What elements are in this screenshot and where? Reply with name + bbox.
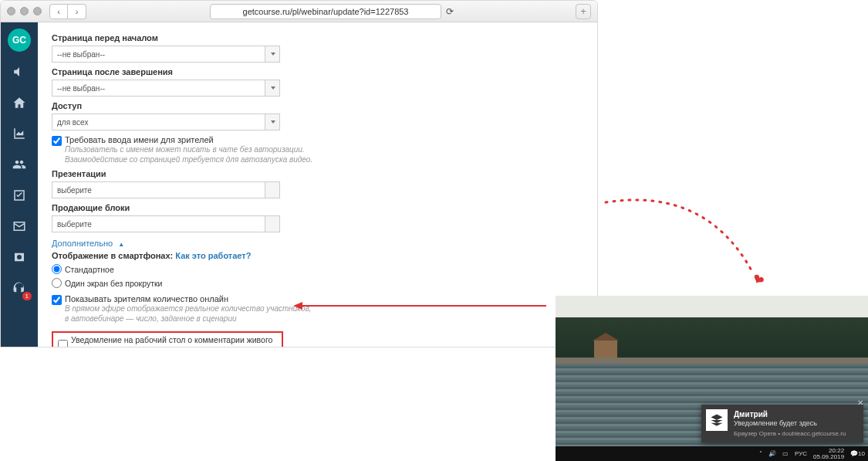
check-icon[interactable] [1,180,38,211]
gc-logo[interactable]: GC [8,29,31,52]
toast-subtitle: Браузер Opera • doubleacc.getcourse.ru [734,430,859,438]
dotted-curve [598,195,768,303]
maximize-dot[interactable] [33,7,42,15]
windows-taskbar: ˄ 🔊 ▭ РУС 20:22 05.09.2019 💬10 [556,446,868,461]
presentations-select[interactable]: выберите [52,181,280,198]
taskbar-clock[interactable]: 20:22 05.09.2019 [813,448,844,460]
annotation-arrowhead [293,302,302,310]
users-icon[interactable] [1,149,38,180]
page-after-select[interactable]: --не выбран-- [52,80,280,97]
annotation-arrow [299,305,546,307]
require-name-label: Требовать ввода имени для зрителей [65,135,214,144]
selling-blocks-label: Продающие блоки [52,203,583,212]
camera-icon[interactable] [1,242,38,273]
page-after-label: Страница после завершения [52,67,583,76]
toast-close-icon[interactable]: ✕ [857,398,863,407]
show-online-hint1: В прямом эфире отображается реальное кол… [65,304,312,313]
how-works-link[interactable]: Как это работает? [175,251,251,260]
sound-icon[interactable] [1,56,38,87]
nav-arrows: ‹ › [49,4,86,19]
desktop-notif-checkbox[interactable] [58,340,68,347]
tray-lang[interactable]: РУС [795,450,807,457]
form-area: Страница перед началом --не выбран-- Стр… [38,22,597,347]
mail-icon[interactable] [1,211,38,242]
tray-volume-icon[interactable]: 🔊 [768,450,776,457]
show-online-label: Показывать зрителям количество онлайн [65,294,228,303]
desktop-notif-highlight: Уведомление на рабочий стол о комментари… [52,331,283,347]
page-before-label: Страница перед началом [52,33,583,42]
radio-onescreen-label: Один экран без прокрутки [65,279,162,288]
radio-standard-label: Стандартное [65,265,114,274]
back-button[interactable]: ‹ [49,4,68,19]
close-dot[interactable] [7,7,15,15]
refresh-button[interactable]: ⟳ [446,4,454,19]
toast-title: Дмитрий [734,409,859,419]
traffic-lights [7,7,42,15]
toast-body-text: Уведомление будет здесь [734,419,859,429]
show-online-hint2: в автовебинаре — число, заданное в сцена… [65,314,237,323]
tray-notif-icon[interactable]: 💬10 [850,450,865,457]
browser-window: ‹ › getcourse.ru/pl/webinar/update?id=12… [0,0,598,347]
url-bar[interactable]: getcourse.ru/pl/webinar/update?id=122785… [210,4,441,19]
advanced-arrow-icon: ▲ [118,241,124,248]
notification-toast[interactable]: ✕ Дмитрий Уведомление будет здесь Браузе… [701,405,863,442]
sidebar: GC 1 [1,22,38,347]
desktop-notif-label: Уведомление на рабочий стол о комментари… [71,335,277,347]
require-name-checkbox[interactable] [52,136,62,146]
require-name-hint2: Взаимодействие со страницей требуется дл… [65,155,312,164]
presentations-label: Презентации [52,169,583,178]
advanced-link[interactable]: Дополнительно [52,239,113,248]
new-tab-button[interactable]: + [576,4,591,19]
home-icon[interactable] [1,87,38,118]
support-icon[interactable]: 1 [1,273,38,303]
tray-up-icon[interactable]: ˄ [759,450,762,457]
forward-button[interactable]: › [68,4,86,19]
tray-battery-icon[interactable]: ▭ [782,450,789,457]
radio-standard[interactable] [52,264,62,274]
page-before-select[interactable]: --не выбран-- [52,46,280,63]
radio-onescreen[interactable] [52,278,62,288]
access-label: Доступ [52,101,583,110]
selling-blocks-select[interactable]: выберите [52,215,280,232]
chart-icon[interactable] [1,118,38,149]
browser-titlebar: ‹ › getcourse.ru/pl/webinar/update?id=12… [1,1,597,22]
access-select[interactable]: для всех [52,114,280,131]
show-online-checkbox[interactable] [52,295,62,305]
require-name-hint: Пользователь с именем может писать в чат… [65,145,305,154]
minimize-dot[interactable] [20,7,29,15]
smartphone-display-label: Отображение в смартфонах: [52,251,173,260]
desktop-preview: ✕ Дмитрий Уведомление будет здесь Браузе… [556,296,868,461]
toast-app-icon [706,409,728,431]
notification-badge: 1 [22,292,32,300]
